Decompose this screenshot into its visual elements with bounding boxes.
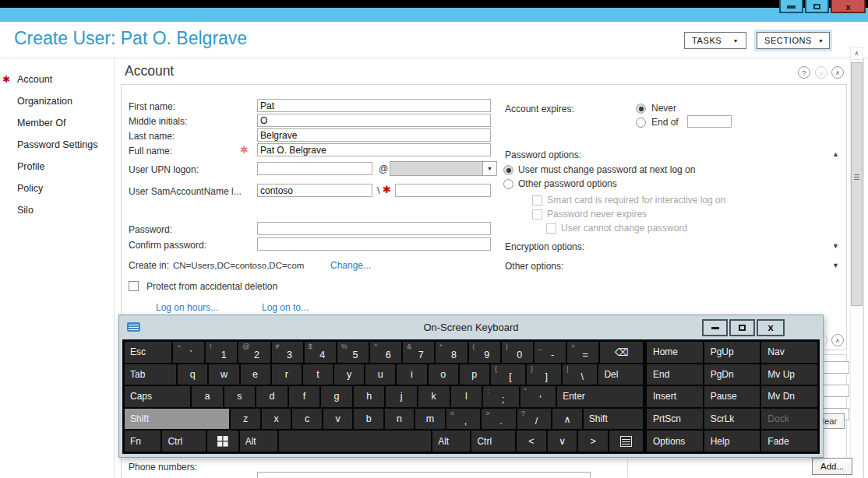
key-period[interactable]: >. [482, 409, 515, 430]
arrow-left-icon[interactable]: < [517, 431, 546, 452]
key--[interactable]: ~` [173, 342, 204, 363]
sam-name-field[interactable] [395, 184, 491, 197]
section-help-button[interactable]: ? [798, 66, 810, 79]
password-field[interactable] [257, 222, 491, 235]
key-esc[interactable]: Esc [125, 342, 171, 363]
key-scrlk[interactable]: ScrLk [704, 409, 760, 430]
collapse-down-icon[interactable]: ▼ [832, 262, 839, 269]
backspace-icon[interactable]: ⌫ [600, 342, 643, 363]
sidebar-item-profile[interactable]: Profile [0, 156, 114, 177]
key-home[interactable]: Home [647, 342, 703, 363]
key-comma[interactable]: <, [446, 409, 480, 430]
key-g[interactable]: g [321, 386, 352, 407]
arrow-right-icon[interactable]: > [578, 431, 608, 452]
windows-icon[interactable] [207, 431, 238, 452]
key-1[interactable]: !1 [206, 342, 237, 363]
key-shift-right[interactable]: Shift [584, 409, 643, 430]
expires-never-radio[interactable] [636, 104, 646, 114]
key-options[interactable]: Options [647, 431, 703, 452]
first-name-field[interactable] [257, 99, 491, 112]
sidebar-item-member-of[interactable]: Member Of [0, 112, 114, 134]
last-name-field[interactable] [257, 128, 491, 142]
key-prtscn[interactable]: PrtScn [647, 409, 703, 430]
window-close-button[interactable]: x [831, 0, 866, 13]
key-p[interactable]: p [460, 364, 489, 385]
key-fade[interactable]: Fade [761, 431, 817, 452]
key-del[interactable]: Del [598, 364, 643, 385]
key--[interactable]: :; [483, 386, 519, 407]
window-restore-button[interactable] [805, 0, 829, 13]
key-caps[interactable]: Caps [125, 386, 190, 407]
sections-button[interactable]: SECTIONS ▼ [757, 32, 830, 49]
upn-logon-field[interactable] [257, 162, 372, 175]
confirm-password-field[interactable] [257, 237, 491, 251]
key-mv-dn[interactable]: Mv Dn [761, 386, 817, 407]
section-collapse-button[interactable]: ∧ [831, 334, 844, 346]
key-f[interactable]: f [289, 386, 320, 407]
key-pgup[interactable]: PgUp [704, 342, 760, 363]
key-t[interactable]: t [303, 364, 333, 385]
expires-end-of-radio[interactable] [636, 118, 646, 128]
sidebar-item-organization[interactable]: Organization [0, 90, 114, 112]
key-w[interactable]: w [209, 364, 238, 385]
key-shift-left[interactable]: Shift [125, 409, 229, 430]
key-x[interactable]: x [262, 409, 291, 430]
osk-minimize-button[interactable] [702, 319, 728, 336]
collapse-up-icon[interactable]: ▲ [832, 150, 839, 158]
key-nav[interactable]: Nav [761, 342, 817, 363]
change-link[interactable]: Change... [330, 260, 371, 271]
key--[interactable]: _- [535, 342, 566, 363]
key-pause[interactable]: Pause [704, 386, 760, 407]
key-end[interactable]: End [647, 364, 703, 385]
sidebar-item-password-settings[interactable]: Password Settings [0, 134, 114, 156]
key--[interactable]: }] [527, 364, 561, 385]
key-l[interactable]: l [451, 386, 482, 407]
key-o[interactable]: o [429, 364, 458, 385]
key-a[interactable]: a [192, 386, 223, 407]
key-y[interactable]: y [334, 364, 364, 385]
select-arrow-button[interactable]: ▼ [482, 161, 497, 176]
key-slash[interactable]: ?/ [517, 409, 551, 430]
key--[interactable]: "' [520, 386, 556, 407]
key-7[interactable]: &7 [403, 342, 434, 363]
key-h[interactable]: h [354, 386, 385, 407]
key-z[interactable]: z [231, 409, 259, 430]
key-2[interactable]: @2 [238, 342, 270, 363]
osk-maximize-button[interactable] [729, 319, 755, 336]
key-4[interactable]: $4 [305, 342, 336, 363]
key-9[interactable]: (9 [469, 342, 500, 363]
window-minimize-button[interactable] [779, 0, 803, 13]
key-k[interactable]: k [418, 386, 450, 407]
middle-initials-field[interactable] [257, 114, 491, 127]
key-mv-up[interactable]: Mv Up [761, 364, 817, 385]
key-q[interactable]: q [178, 364, 207, 385]
key-alt-right[interactable]: Alt [432, 431, 470, 452]
menu-icon[interactable] [609, 431, 643, 452]
sidebar-item-silo[interactable]: Silo [0, 199, 114, 221]
key-e[interactable]: e [241, 364, 270, 385]
key-n[interactable]: n [385, 409, 414, 430]
key-help[interactable]: Help [704, 431, 760, 452]
arrow-up-icon[interactable]: ∧ [552, 409, 581, 430]
collapse-down-icon[interactable]: ▼ [832, 242, 839, 250]
log-on-hours-link[interactable]: Log on hours... [156, 302, 218, 313]
section-collapse-button[interactable]: ∧ [831, 66, 844, 79]
key-fn[interactable]: Fn [125, 431, 161, 452]
sidebar-item-policy[interactable]: Policy [0, 177, 114, 199]
key-3[interactable]: #3 [272, 342, 303, 363]
tasks-button[interactable]: TASKS ▼ [684, 32, 746, 49]
upn-domain-select[interactable]: ▼ [390, 161, 497, 176]
key-ctrl[interactable]: Ctrl [162, 431, 206, 452]
key-j[interactable]: j [386, 386, 417, 407]
sam-domain-field[interactable] [257, 184, 372, 197]
key-m[interactable]: m [415, 409, 444, 430]
add-button[interactable]: Add... [812, 458, 852, 475]
key-c[interactable]: c [292, 409, 321, 430]
expires-end-date-field[interactable] [687, 115, 732, 128]
phone-number-field[interactable] [257, 472, 591, 478]
space-key[interactable] [279, 431, 431, 452]
key-v[interactable]: v [323, 409, 352, 430]
key-d[interactable]: d [256, 386, 288, 407]
key-8[interactable]: *8 [436, 342, 467, 363]
key--[interactable]: += [567, 342, 598, 363]
